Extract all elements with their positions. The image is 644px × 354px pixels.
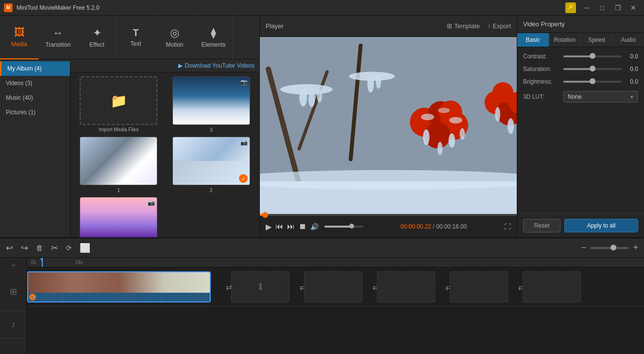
svg-point-18: [449, 117, 462, 123]
reset-button[interactable]: Reset: [523, 219, 560, 232]
toolbar-item-elements[interactable]: ⧫ Elements: [194, 16, 233, 59]
playhead[interactable]: [42, 258, 43, 267]
time-current: 00:00:00.22: [401, 223, 431, 230]
player-title: Player: [266, 22, 284, 30]
maximize-button[interactable]: □: [595, 3, 609, 13]
export-label: Export: [492, 22, 511, 30]
skip-forward-button[interactable]: ⏭: [287, 222, 295, 231]
volume-button[interactable]: 🔊: [310, 223, 319, 230]
text-icon: T: [133, 27, 138, 38]
add-media-button[interactable]: +: [0, 258, 27, 272]
svg-point-17: [438, 108, 450, 113]
clip-audio-wave: [28, 293, 210, 301]
app-icon: M: [4, 3, 13, 12]
crop-button[interactable]: ⬜: [80, 243, 90, 253]
import-folder-icon: 📁: [110, 93, 127, 109]
toolbar-item-text[interactable]: T Text: [117, 16, 155, 59]
saturation-slider[interactable]: [563, 68, 622, 70]
apply-to-all-button[interactable]: Apply to all: [564, 219, 638, 232]
media-thumb-3[interactable]: 📷 3: [167, 76, 256, 133]
export-button[interactable]: ↑ Export: [488, 22, 511, 30]
delete-button[interactable]: 🗑: [36, 244, 43, 252]
placeholder-clip-3[interactable]: [377, 271, 435, 302]
toolbar-item-media[interactable]: 🖼 Media: [0, 16, 39, 59]
svg-point-10: [376, 74, 381, 89]
toolbar-item-transition[interactable]: ↔ Transition: [39, 16, 78, 59]
category-videos[interactable]: Videos (3): [0, 76, 70, 90]
close-button[interactable]: ✕: [627, 3, 640, 13]
placeholder-clip-5[interactable]: [523, 271, 581, 302]
download-youtube-button[interactable]: ▶ Download YouTube Videos: [178, 62, 254, 69]
media-icon: 🖼: [14, 26, 25, 39]
contrast-slider[interactable]: [563, 55, 622, 57]
titlebar: M MiniTool MovieMaker Free 5.2.0 🔑 ─ □ ❐…: [0, 0, 644, 16]
volume-thumb: [349, 224, 354, 229]
zoom-slider[interactable]: [590, 247, 629, 249]
placeholder-clip-4[interactable]: [450, 271, 508, 302]
skip-back-button[interactable]: ⏮: [275, 222, 283, 231]
property-footer: Reset Apply to all: [517, 213, 644, 237]
tab-rotation[interactable]: Rotation: [549, 33, 581, 47]
template-icon: ⊞: [447, 22, 452, 30]
placeholder-clip-1[interactable]: ⬇: [231, 271, 289, 302]
media-header: ▶ Download YouTube Videos: [70, 59, 259, 72]
toolbar: 🖼 Media ↔ Transition ✦ Effect T Text ◎: [0, 16, 259, 59]
video-camera-icon-2: 📷: [240, 139, 248, 146]
tab-basic[interactable]: Basic: [517, 33, 549, 47]
svg-point-22: [459, 128, 465, 140]
tab-audio[interactable]: Audio: [613, 33, 644, 47]
fullscreen-button[interactable]: ⛶: [504, 223, 511, 230]
video-camera-icon-3: 📷: [148, 199, 155, 206]
brightness-row: Brightness: 0.0: [523, 78, 638, 85]
media-grid: 📁 Import Media Files 📷 3: [70, 72, 259, 237]
music-track-icon[interactable]: ♪: [0, 311, 27, 338]
cut-button[interactable]: ✂: [51, 243, 58, 253]
stop-button[interactable]: ⏹: [299, 222, 306, 231]
zoom-out-button[interactable]: −: [581, 243, 587, 253]
toolbar-item-motion[interactable]: ◎ Motion: [155, 16, 194, 59]
player-header: Player ⊞ Template ↑ Export: [260, 16, 517, 37]
text-label: Text: [130, 40, 141, 47]
property-tabs: Basic Rotation Speed Audio: [517, 33, 644, 47]
video-track-icon[interactable]: ⊞: [0, 272, 27, 311]
youtube-icon: ▶: [178, 62, 183, 69]
brightness-slider[interactable]: [563, 81, 622, 83]
zoom-in-button[interactable]: +: [633, 243, 638, 253]
ruler-mark-0: 0s: [31, 260, 36, 265]
lut-select[interactable]: None Vivid Cool Warm Vintage: [563, 91, 638, 103]
svg-point-21: [449, 133, 455, 148]
minimize-button[interactable]: ─: [580, 3, 593, 13]
saturation-label: Saturation:: [523, 66, 559, 72]
saturation-slider-fill: [563, 68, 593, 70]
time-separator: /: [433, 223, 436, 230]
media-thumb-4[interactable]: 📷: [74, 197, 163, 237]
brightness-label: Brightness:: [523, 78, 559, 85]
elements-icon: ⧫: [211, 27, 216, 39]
contrast-slider-thumb: [590, 53, 595, 59]
import-media-label: Import Media Files: [99, 127, 138, 132]
media-thumb-1[interactable]: 1: [74, 137, 163, 193]
media-thumb-2[interactable]: 📷 ✓ 2: [167, 137, 256, 193]
timeline-tracks: 🔊 ⇄ ⬇ ⇄ ⇄ ⇄: [27, 267, 644, 334]
rotate-button[interactable]: ⟳: [66, 244, 72, 252]
template-button[interactable]: ⊞ Template: [447, 22, 480, 30]
placeholder-clip-2[interactable]: [304, 271, 362, 302]
tab-speed[interactable]: Speed: [581, 33, 613, 47]
volume-slider[interactable]: [324, 226, 363, 228]
video-clip[interactable]: 🔊: [27, 271, 211, 302]
download-icon: ⬇: [256, 281, 265, 293]
volume-fill: [324, 226, 352, 228]
redo-button[interactable]: ↪: [21, 243, 28, 253]
undo-button[interactable]: ↩: [6, 243, 13, 253]
category-music[interactable]: Music (40): [0, 90, 70, 105]
import-media-item[interactable]: 📁 Import Media Files: [74, 76, 163, 133]
player-seekbar[interactable]: [260, 214, 517, 216]
toolbar-item-effect[interactable]: ✦ Effect: [78, 16, 117, 59]
category-pictures[interactable]: Pictures (1): [0, 105, 70, 120]
play-button[interactable]: ▶: [266, 222, 271, 231]
svg-point-9: [367, 76, 373, 93]
svg-point-20: [438, 142, 443, 155]
time-total: 00:00:18.00: [436, 223, 467, 230]
restore-button[interactable]: ❐: [611, 3, 625, 13]
category-my-album[interactable]: My Album (4): [0, 61, 70, 76]
